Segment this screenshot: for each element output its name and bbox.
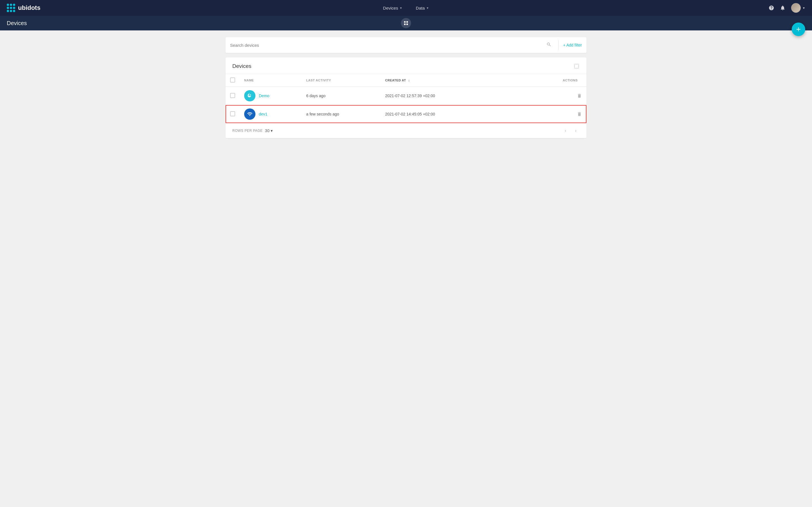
page-nav: ‹ › — [562, 127, 580, 135]
rows-per-page: ROWS PER PAGE 30 ▾ — [232, 128, 273, 133]
row-checkbox-cell — [225, 105, 240, 123]
row-actions-cell-demo — [558, 87, 587, 105]
columns-icon — [573, 63, 580, 69]
search-divider — [558, 40, 559, 50]
add-filter-button[interactable]: + Add filter — [563, 43, 582, 47]
nav-data[interactable]: Data ▼ — [414, 4, 432, 11]
devices-card-header: Devices — [225, 57, 587, 74]
avatar — [791, 3, 801, 13]
devices-table: NAME LAST ACTIVITY CREATED AT ↓ ACTIONS — [225, 74, 587, 123]
table-row: Demo 6 days ago 2021-07-02 12:57:39 +02:… — [225, 87, 587, 105]
nav-data-chevron-icon: ▼ — [426, 6, 429, 10]
nav-devices-chevron-icon: ▼ — [400, 6, 402, 10]
help-button[interactable] — [769, 5, 774, 11]
top-nav: ubidots Devices ▼ Data ▼ ▼ — [0, 0, 812, 16]
col-header-actions: ACTIONS — [563, 78, 578, 82]
col-header-name: NAME — [244, 78, 254, 82]
row-activity-cell-dev1: a few seconds ago — [302, 105, 380, 123]
logo-icon — [7, 4, 15, 12]
nav-right: ▼ — [769, 3, 805, 13]
select-all-checkbox[interactable] — [230, 77, 235, 82]
logo[interactable]: ubidots — [7, 4, 40, 12]
devices-tbody: Demo 6 days ago 2021-07-02 12:57:39 +02:… — [225, 87, 587, 123]
nav-devices[interactable]: Devices ▼ — [381, 4, 405, 11]
row-created-cell-demo: 2021-07-02 12:57:39 +02:00 — [380, 87, 558, 105]
pagination-row: ROWS PER PAGE 30 ▾ ‹ › — [225, 123, 587, 138]
row-checkbox-demo[interactable] — [230, 93, 235, 98]
rows-per-page-select[interactable]: 30 ▾ — [265, 128, 273, 133]
device-name-link-demo[interactable]: Demo — [259, 94, 269, 98]
rows-per-page-value: 30 — [265, 128, 270, 133]
row-checkbox-cell — [225, 87, 240, 105]
device-name-link-dev1[interactable]: dev1 — [259, 112, 267, 116]
device-icon-demo — [244, 90, 255, 101]
nav-center: Devices ▼ Data ▼ — [381, 4, 432, 11]
notifications-button[interactable] — [780, 5, 785, 11]
search-bar: + Add filter — [225, 37, 587, 53]
avatar-image — [791, 3, 801, 13]
devices-section-title: Devices — [232, 63, 252, 69]
row-actions-cell-dev1 — [558, 105, 587, 123]
col-header-last-activity: LAST ACTIVITY — [306, 78, 331, 82]
sub-header-center — [401, 18, 411, 28]
device-icon-dev1 — [244, 108, 255, 120]
row-created-cell-dev1: 2021-07-02 14:45:05 +02:00 — [380, 105, 558, 123]
delete-button-demo[interactable] — [563, 93, 582, 98]
grid-view-button[interactable] — [401, 18, 411, 28]
logo-text: ubidots — [18, 4, 40, 11]
rows-per-page-chevron-icon: ▾ — [271, 128, 273, 133]
prev-page-button[interactable]: ‹ — [562, 127, 569, 135]
row-name-cell: Demo — [240, 87, 302, 105]
add-device-fab[interactable]: + — [792, 22, 805, 36]
table-header: NAME LAST ACTIVITY CREATED AT ↓ ACTIONS — [225, 74, 587, 87]
user-chevron-icon: ▼ — [802, 6, 805, 10]
col-header-created-at[interactable]: CREATED AT ↓ — [380, 74, 558, 87]
main-content: + Add filter Devices NAME — [209, 31, 603, 145]
row-activity-cell-demo: 6 days ago — [302, 87, 380, 105]
sort-arrow-icon: ↓ — [408, 78, 410, 82]
grid-icon — [403, 20, 409, 25]
rows-per-page-label: ROWS PER PAGE — [232, 129, 263, 133]
row-name-cell: dev1 — [240, 105, 302, 123]
search-input[interactable] — [230, 43, 546, 48]
search-icon — [546, 42, 552, 48]
delete-button-dev1[interactable] — [563, 112, 582, 117]
next-page-button[interactable]: › — [572, 127, 580, 135]
table-row: dev1 a few seconds ago 2021-07-02 14:45:… — [225, 105, 587, 123]
devices-card: Devices NAME LAST ACTIVITY — [225, 57, 587, 138]
sub-header: Devices — [0, 16, 812, 31]
columns-toggle-button[interactable] — [573, 63, 580, 69]
user-menu[interactable]: ▼ — [791, 3, 805, 13]
sub-header-title: Devices — [7, 20, 27, 26]
row-checkbox-dev1[interactable] — [230, 111, 235, 116]
